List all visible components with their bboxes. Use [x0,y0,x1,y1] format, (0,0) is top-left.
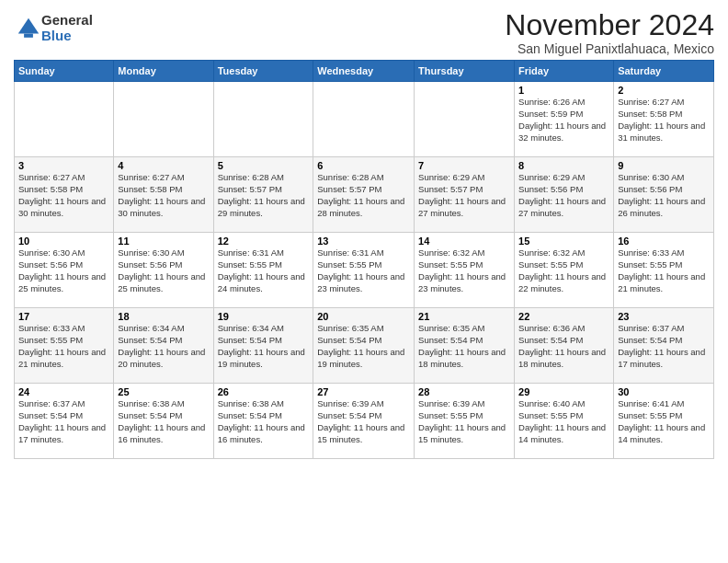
day-info: Sunrise: 6:38 AM Sunset: 5:54 PM Dayligh… [218,398,310,445]
calendar-header-sunday: Sunday [15,61,114,82]
day-info: Sunrise: 6:31 AM Sunset: 5:55 PM Dayligh… [317,247,410,294]
calendar-cell: 8Sunrise: 6:29 AM Sunset: 5:56 PM Daylig… [515,157,614,233]
calendar-cell: 7Sunrise: 6:29 AM Sunset: 5:57 PM Daylig… [415,157,515,233]
day-info: Sunrise: 6:27 AM Sunset: 5:58 PM Dayligh… [18,172,109,219]
logo-blue: Blue [41,29,93,44]
calendar-cell [114,82,213,157]
day-info: Sunrise: 6:37 AM Sunset: 5:54 PM Dayligh… [618,323,710,370]
calendar-cell: 23Sunrise: 6:37 AM Sunset: 5:54 PM Dayli… [614,308,714,384]
day-info: Sunrise: 6:41 AM Sunset: 5:55 PM Dayligh… [618,398,710,445]
day-number: 29 [518,386,609,397]
logo-icon [16,16,41,41]
day-number: 5 [218,160,310,171]
calendar-cell: 11Sunrise: 6:30 AM Sunset: 5:56 PM Dayli… [114,233,213,308]
day-info: Sunrise: 6:28 AM Sunset: 5:57 PM Dayligh… [317,172,410,219]
calendar-cell: 19Sunrise: 6:34 AM Sunset: 5:54 PM Dayli… [213,308,313,384]
calendar-cell: 25Sunrise: 6:38 AM Sunset: 5:54 PM Dayli… [114,384,213,459]
calendar-week-3: 10Sunrise: 6:30 AM Sunset: 5:56 PM Dayli… [15,233,714,308]
logo-text: General Blue [41,13,93,43]
calendar-week-4: 17Sunrise: 6:33 AM Sunset: 5:55 PM Dayli… [15,308,714,384]
calendar-cell: 15Sunrise: 6:32 AM Sunset: 5:55 PM Dayli… [515,233,614,308]
day-info: Sunrise: 6:28 AM Sunset: 5:57 PM Dayligh… [218,172,310,219]
day-info: Sunrise: 6:35 AM Sunset: 5:54 PM Dayligh… [418,323,510,370]
day-number: 24 [18,386,109,397]
calendar-cell: 13Sunrise: 6:31 AM Sunset: 5:55 PM Dayli… [313,233,415,308]
calendar-cell [213,82,313,157]
calendar-cell [313,82,415,157]
calendar-cell: 16Sunrise: 6:33 AM Sunset: 5:55 PM Dayli… [614,233,714,308]
day-number: 28 [418,386,510,397]
calendar-header-row: SundayMondayTuesdayWednesdayThursdayFrid… [15,61,714,82]
day-info: Sunrise: 6:29 AM Sunset: 5:57 PM Dayligh… [418,172,510,219]
day-number: 23 [618,311,710,322]
calendar-cell: 10Sunrise: 6:30 AM Sunset: 5:56 PM Dayli… [15,233,114,308]
day-number: 2 [618,85,710,96]
day-info: Sunrise: 6:36 AM Sunset: 5:54 PM Dayligh… [518,323,609,370]
day-info: Sunrise: 6:30 AM Sunset: 5:56 PM Dayligh… [118,247,209,294]
day-info: Sunrise: 6:34 AM Sunset: 5:54 PM Dayligh… [118,323,209,370]
calendar-cell: 30Sunrise: 6:41 AM Sunset: 5:55 PM Dayli… [614,384,714,459]
day-number: 16 [618,236,710,247]
day-number: 18 [118,311,209,322]
day-info: Sunrise: 6:38 AM Sunset: 5:54 PM Dayligh… [118,398,209,445]
calendar-cell: 17Sunrise: 6:33 AM Sunset: 5:55 PM Dayli… [15,308,114,384]
header: General Blue November 2024 San Miguel Pa… [14,9,714,56]
day-number: 12 [218,236,310,247]
location-title: San Miguel Panixtlahuaca, Mexico [505,41,714,56]
calendar-cell: 1Sunrise: 6:26 AM Sunset: 5:59 PM Daylig… [515,82,614,157]
calendar-cell: 9Sunrise: 6:30 AM Sunset: 5:56 PM Daylig… [614,157,714,233]
day-number: 25 [118,386,209,397]
calendar-table: SundayMondayTuesdayWednesdayThursdayFrid… [14,60,714,459]
day-number: 14 [418,236,510,247]
calendar-cell: 29Sunrise: 6:40 AM Sunset: 5:55 PM Dayli… [515,384,614,459]
calendar-cell [415,82,515,157]
calendar-cell: 6Sunrise: 6:28 AM Sunset: 5:57 PM Daylig… [313,157,415,233]
day-info: Sunrise: 6:27 AM Sunset: 5:58 PM Dayligh… [118,172,209,219]
day-number: 21 [418,311,510,322]
calendar-cell: 2Sunrise: 6:27 AM Sunset: 5:58 PM Daylig… [614,82,714,157]
calendar-header-monday: Monday [114,61,213,82]
calendar-header-saturday: Saturday [614,61,714,82]
day-info: Sunrise: 6:30 AM Sunset: 5:56 PM Dayligh… [18,247,109,294]
day-number: 15 [518,236,609,247]
calendar-cell: 22Sunrise: 6:36 AM Sunset: 5:54 PM Dayli… [515,308,614,384]
day-info: Sunrise: 6:34 AM Sunset: 5:54 PM Dayligh… [218,323,310,370]
month-title: November 2024 [505,9,714,41]
calendar-week-1: 1Sunrise: 6:26 AM Sunset: 5:59 PM Daylig… [15,82,714,157]
day-info: Sunrise: 6:29 AM Sunset: 5:56 PM Dayligh… [518,172,609,219]
calendar-week-5: 24Sunrise: 6:37 AM Sunset: 5:54 PM Dayli… [15,384,714,459]
calendar-cell: 4Sunrise: 6:27 AM Sunset: 5:58 PM Daylig… [114,157,213,233]
day-number: 11 [118,236,209,247]
day-number: 20 [317,311,410,322]
calendar-cell: 27Sunrise: 6:39 AM Sunset: 5:54 PM Dayli… [313,384,415,459]
calendar-cell: 3Sunrise: 6:27 AM Sunset: 5:58 PM Daylig… [15,157,114,233]
calendar-header-wednesday: Wednesday [313,61,415,82]
calendar-cell: 5Sunrise: 6:28 AM Sunset: 5:57 PM Daylig… [213,157,313,233]
day-number: 8 [518,160,609,171]
svg-marker-0 [18,17,39,33]
day-number: 27 [317,386,410,397]
svg-rect-1 [24,33,33,37]
day-number: 9 [618,160,710,171]
calendar-header-friday: Friday [515,61,614,82]
day-number: 7 [418,160,510,171]
calendar-cell: 26Sunrise: 6:38 AM Sunset: 5:54 PM Dayli… [213,384,313,459]
day-number: 22 [518,311,609,322]
day-info: Sunrise: 6:40 AM Sunset: 5:55 PM Dayligh… [518,398,609,445]
day-info: Sunrise: 6:39 AM Sunset: 5:54 PM Dayligh… [317,398,410,445]
calendar-cell: 28Sunrise: 6:39 AM Sunset: 5:55 PM Dayli… [415,384,515,459]
day-info: Sunrise: 6:32 AM Sunset: 5:55 PM Dayligh… [518,247,609,294]
day-info: Sunrise: 6:39 AM Sunset: 5:55 PM Dayligh… [418,398,510,445]
logo-general: General [41,13,93,29]
day-number: 13 [317,236,410,247]
day-info: Sunrise: 6:32 AM Sunset: 5:55 PM Dayligh… [418,247,510,294]
day-info: Sunrise: 6:31 AM Sunset: 5:55 PM Dayligh… [218,247,310,294]
day-number: 4 [118,160,209,171]
logo: General Blue [14,13,93,43]
calendar-header-thursday: Thursday [415,61,515,82]
day-info: Sunrise: 6:26 AM Sunset: 5:59 PM Dayligh… [518,97,609,144]
day-number: 17 [18,311,109,322]
page-container: General Blue November 2024 San Miguel Pa… [0,0,728,464]
calendar-cell: 20Sunrise: 6:35 AM Sunset: 5:54 PM Dayli… [313,308,415,384]
day-info: Sunrise: 6:30 AM Sunset: 5:56 PM Dayligh… [618,172,710,219]
